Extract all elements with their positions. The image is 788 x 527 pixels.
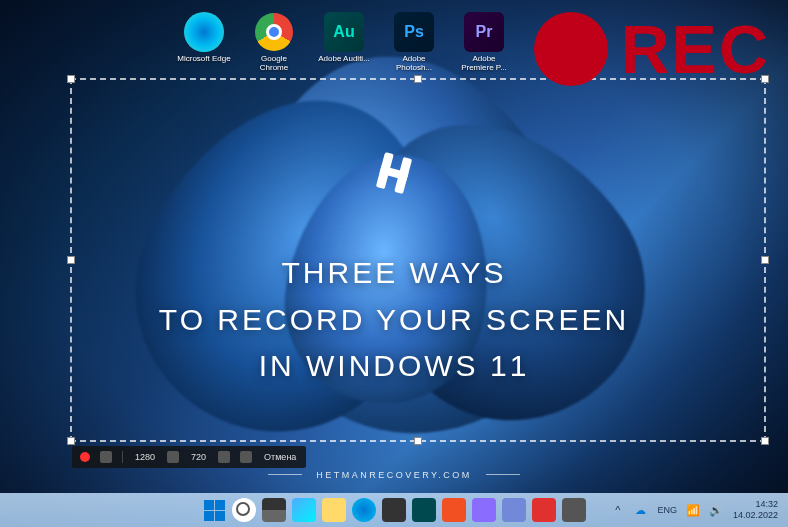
record-dot-icon	[534, 12, 608, 86]
icon-label: Microsoft Edge	[177, 55, 230, 64]
app-taskbar-button[interactable]	[562, 498, 586, 522]
resize-handle-tl[interactable]	[67, 75, 75, 83]
volume-icon[interactable]: 🔊	[710, 504, 723, 517]
title-line-3: IN WINDOWS 11	[0, 343, 788, 390]
photoshop-shortcut[interactable]: Ps Adobe Photosh...	[386, 12, 442, 73]
width-value: 1280	[133, 452, 157, 462]
system-tray: ^ ☁ ENG 📶 🔊 14:32 14.02.2022	[611, 499, 778, 521]
app-taskbar-button[interactable]	[502, 498, 526, 522]
hetman-logo-icon	[366, 145, 422, 205]
app-taskbar-button[interactable]	[472, 498, 496, 522]
height-value: 720	[189, 452, 208, 462]
chrome-icon	[254, 12, 294, 52]
search-button[interactable]	[232, 498, 256, 522]
app-taskbar-button[interactable]	[412, 498, 436, 522]
app-taskbar-button[interactable]	[382, 498, 406, 522]
cancel-button[interactable]: Отмена	[262, 452, 298, 462]
resize-handle-bm[interactable]	[414, 437, 422, 445]
resize-handle-tm[interactable]	[414, 75, 422, 83]
premiere-icon: Pr	[464, 12, 504, 52]
audition-icon: Au	[324, 12, 364, 52]
icon-label: Adobe Premiere P...	[456, 55, 512, 73]
icon-label: Google Chrome	[246, 55, 302, 73]
chrome-shortcut[interactable]: Google Chrome	[246, 12, 302, 73]
windows-taskbar: ^ ☁ ENG 📶 🔊 14:32 14.02.2022	[0, 493, 788, 527]
edge-taskbar-button[interactable]	[352, 498, 376, 522]
icon-label: Adobe Photosh...	[386, 55, 442, 73]
record-button[interactable]	[80, 452, 90, 462]
watermark-text: HETMANRECOVERY.COM	[316, 470, 472, 480]
rec-label: REC	[620, 10, 770, 88]
taskbar-center-icons	[202, 498, 586, 522]
watermark: HETMANRECOVERY.COM	[0, 465, 788, 483]
crop-icon[interactable]	[240, 451, 252, 463]
wifi-icon[interactable]: 📶	[687, 504, 700, 517]
photoshop-icon: Ps	[394, 12, 434, 52]
desktop-icons-row: Microsoft Edge Google Chrome Au Adobe Au…	[176, 12, 512, 73]
title-line-2: TO RECORD YOUR SCREEN	[0, 297, 788, 344]
lock-aspect-icon[interactable]	[167, 451, 179, 463]
premiere-shortcut[interactable]: Pr Adobe Premiere P...	[456, 12, 512, 73]
divider-line	[486, 474, 520, 475]
date-value: 14.02.2022	[733, 510, 778, 521]
language-indicator[interactable]: ENG	[657, 505, 677, 515]
rec-indicator: REC	[534, 10, 770, 88]
clock[interactable]: 14:32 14.02.2022	[733, 499, 778, 521]
app-taskbar-button[interactable]	[532, 498, 556, 522]
icon-label: Adobe Auditi...	[318, 55, 370, 64]
audition-shortcut[interactable]: Au Adobe Auditi...	[316, 12, 372, 73]
resize-handle-bl[interactable]	[67, 437, 75, 445]
title-block: THREE WAYS TO RECORD YOUR SCREEN IN WIND…	[0, 250, 788, 390]
onedrive-icon[interactable]: ☁	[634, 504, 647, 517]
divider-line	[268, 474, 302, 475]
edge-icon	[184, 12, 224, 52]
edge-shortcut[interactable]: Microsoft Edge	[176, 12, 232, 73]
tray-chevron-icon[interactable]: ^	[611, 504, 624, 517]
settings-icon[interactable]	[100, 451, 112, 463]
widgets-button[interactable]	[292, 498, 316, 522]
thumbnail-container: Microsoft Edge Google Chrome Au Adobe Au…	[0, 0, 788, 527]
app-taskbar-button[interactable]	[442, 498, 466, 522]
file-explorer-button[interactable]	[322, 498, 346, 522]
title-line-1: THREE WAYS	[0, 250, 788, 297]
start-button[interactable]	[202, 498, 226, 522]
pointer-icon[interactable]	[218, 451, 230, 463]
time-value: 14:32	[733, 499, 778, 510]
task-view-button[interactable]	[262, 498, 286, 522]
resize-handle-br[interactable]	[761, 437, 769, 445]
